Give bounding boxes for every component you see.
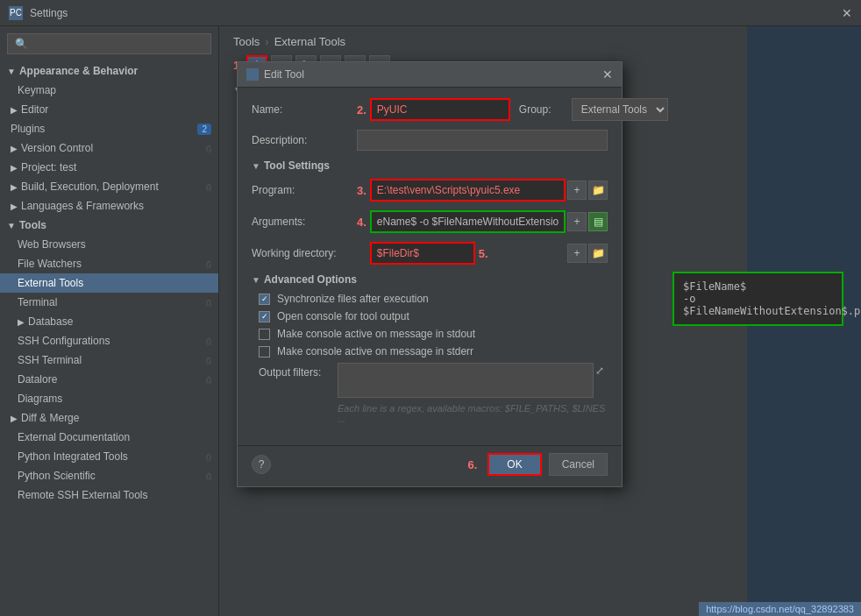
group-select[interactable]: External Tools: [572, 98, 668, 121]
open-console-checkbox[interactable]: ✓: [259, 311, 270, 322]
program-add-button[interactable]: +: [567, 181, 587, 200]
output-filters-label: Output filters:: [259, 363, 338, 379]
arguments-input[interactable]: [370, 210, 566, 233]
working-dir-row: Working directory: 5. 5. + 📁: [252, 242, 608, 265]
expand-arrow: ▶: [11, 105, 18, 115]
footer-left: ?: [252, 455, 271, 474]
window-close-button[interactable]: ✕: [842, 6, 852, 20]
sidebar-item-remote-ssh[interactable]: Remote SSH External Tools: [0, 485, 218, 505]
sidebar-item-external-tools[interactable]: External Tools: [0, 273, 218, 293]
sync-files-checkbox[interactable]: ✓: [259, 294, 270, 305]
arguments-row: Arguments: 4. + ▤: [252, 210, 608, 233]
sidebar-item-keymap[interactable]: Keymap: [0, 81, 218, 100]
ssh-config-icon: ⎙: [206, 336, 211, 346]
sidebar-item-build[interactable]: ▶ Build, Execution, Deployment ⎙: [0, 177, 218, 196]
python-sci-icon: ⎙: [206, 471, 211, 481]
tool-settings-label: Tool Settings: [264, 159, 330, 172]
arguments-add-button[interactable]: +: [567, 212, 587, 231]
dialog-close-button[interactable]: ✕: [602, 67, 613, 81]
sidebar-item-version-control[interactable]: ▶ Version Control ⎙: [0, 138, 218, 158]
sidebar: ▼ Appearance & Behavior Keymap ▶ Editor …: [0, 26, 219, 616]
window-title: Settings: [30, 7, 68, 19]
sidebar-item-label: Tools: [19, 219, 46, 231]
sidebar-item-datalore[interactable]: Datalore ⎙: [0, 370, 218, 389]
sidebar-item-label: External Documentation: [18, 431, 130, 443]
working-dir-label: Working directory:: [252, 247, 357, 259]
sidebar-item-external-docs[interactable]: External Documentation: [0, 428, 218, 447]
sidebar-item-appearance-behavior[interactable]: ▼ Appearance & Behavior: [0, 61, 218, 81]
sidebar-item-label: Project: test: [21, 161, 76, 173]
advanced-options-header: ▼ Advanced Options: [252, 273, 608, 286]
make-active-stdout-label: Make console active on message in stdout: [277, 328, 475, 340]
make-active-stderr-checkbox[interactable]: [259, 346, 270, 358]
sidebar-item-label: Version Control: [21, 142, 93, 154]
sidebar-item-diagrams[interactable]: Diagrams: [0, 389, 218, 408]
sidebar-item-label: File Watchers: [18, 258, 206, 270]
sidebar-item-terminal[interactable]: Terminal ⎙: [0, 293, 218, 312]
step3-label: 3.: [357, 184, 366, 197]
description-label: Description:: [252, 134, 357, 146]
description-input[interactable]: [357, 130, 608, 151]
arguments-macro-button[interactable]: ▤: [588, 212, 608, 231]
sidebar-item-label: Keymap: [18, 84, 56, 96]
make-active-stdout-checkbox[interactable]: [259, 329, 270, 340]
sidebar-item-ssh-config[interactable]: SSH Configurations ⎙: [0, 331, 218, 350]
dialog-title: Edit Tool: [246, 68, 304, 81]
expand-arrow: ▼: [7, 221, 16, 230]
sidebar-item-python-scientific[interactable]: Python Scientific ⎙: [0, 466, 218, 485]
cancel-button[interactable]: Cancel: [549, 453, 608, 476]
sidebar-item-python-integrated[interactable]: Python Integrated Tools ⎙: [0, 447, 218, 466]
sidebar-item-label: Languages & Frameworks: [21, 200, 144, 212]
program-label: Program:: [252, 184, 357, 196]
arguments-label: Arguments:: [252, 216, 357, 228]
sidebar-item-label: Plugins: [11, 123, 197, 135]
dialog-icon: [246, 68, 259, 81]
sidebar-item-database[interactable]: ▶ Database: [0, 312, 218, 331]
sidebar-item-project[interactable]: ▶ Project: test: [0, 158, 218, 177]
expand-arrow: ▶: [18, 317, 25, 327]
sidebar-item-label: Python Scientific: [18, 470, 206, 482]
sidebar-item-label: External Tools: [18, 277, 83, 289]
output-expand-button[interactable]: ⤢: [594, 363, 608, 377]
sync-files-row: ✓ Synchronize files after execution: [252, 293, 608, 305]
sidebar-item-tools[interactable]: ▼ Tools: [0, 216, 218, 235]
sidebar-item-ssh-terminal[interactable]: SSH Terminal ⎙: [0, 350, 218, 370]
breadcrumb-separator: ›: [265, 35, 268, 48]
sidebar-item-languages[interactable]: ▶ Languages & Frameworks: [0, 196, 218, 216]
sidebar-item-label: Terminal: [18, 296, 206, 308]
name-input[interactable]: [370, 98, 510, 121]
working-dir-browse-button[interactable]: 📁: [588, 244, 608, 263]
expand-arrow: ▶: [11, 414, 18, 423]
advanced-options-section: ▼ Advanced Options ✓ Synchronize files a…: [252, 273, 608, 358]
program-browse-button[interactable]: 📁: [588, 181, 608, 200]
edit-tool-dialog: Edit Tool ✕ Name: 2. Group: External Too…: [237, 61, 623, 487]
expand-arrow: ▼: [7, 67, 16, 76]
sidebar-item-label: Python Integrated Tools: [18, 450, 206, 463]
working-dir-input[interactable]: [370, 242, 475, 265]
tool-settings-header: ▼ Tool Settings: [252, 159, 608, 172]
sidebar-item-label: SSH Terminal: [18, 354, 206, 366]
expand-arrow: ▶: [11, 202, 18, 211]
sidebar-item-editor[interactable]: ▶ Editor: [0, 100, 218, 119]
help-button[interactable]: ?: [252, 455, 271, 474]
title-bar: PC Settings ✕: [0, 0, 861, 26]
sync-files-label: Synchronize files after execution: [277, 293, 429, 305]
sidebar-item-plugins[interactable]: Plugins 2: [0, 119, 218, 138]
output-filters-input[interactable]: [338, 363, 594, 398]
dialog-body: Name: 2. Group: External Tools Descripti…: [238, 88, 622, 442]
working-dir-add-button[interactable]: +: [567, 244, 587, 263]
ok-button[interactable]: OK: [487, 453, 541, 476]
sidebar-item-file-watchers[interactable]: File Watchers ⎙: [0, 254, 218, 273]
build-icon: ⎙: [206, 182, 211, 192]
program-input[interactable]: [370, 179, 566, 202]
vc-icon: ⎙: [206, 144, 211, 153]
search-box: [0, 26, 218, 61]
file-watchers-icon: ⎙: [206, 259, 211, 269]
sidebar-item-web-browsers[interactable]: Web Browsers: [0, 235, 218, 254]
url-text: https://blog.csdn.net/qq_32892383: [706, 604, 854, 614]
group-label: Group:: [519, 103, 563, 116]
sidebar-item-diff-merge[interactable]: ▶ Diff & Merge: [0, 408, 218, 428]
advanced-options-label: Advanced Options: [264, 273, 357, 286]
name-row: Name: 2. Group: External Tools: [252, 98, 608, 121]
search-input[interactable]: [7, 33, 211, 54]
